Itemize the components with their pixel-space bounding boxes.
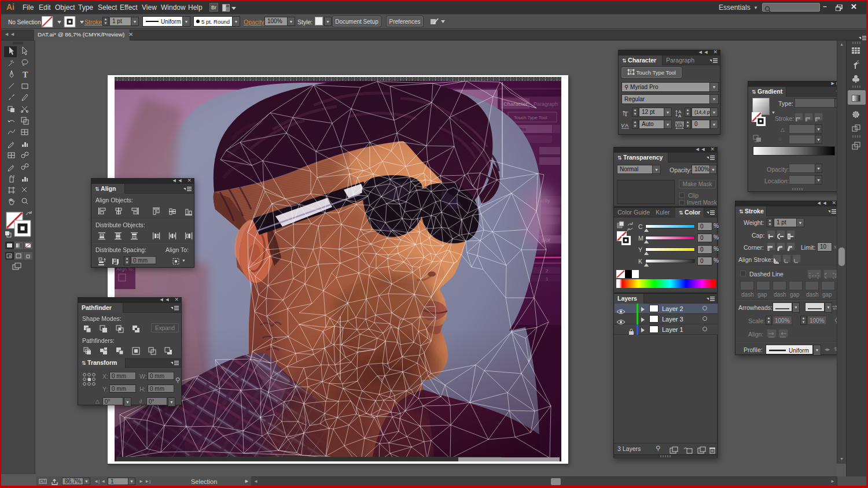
svg-text:VA: VA bbox=[676, 121, 682, 127]
svg-text:Uniform: Uniform bbox=[789, 347, 809, 354]
svg-text:5 pt. Round: 5 pt. Round bbox=[201, 19, 230, 25]
svg-text:T: T bbox=[624, 110, 628, 117]
svg-text:V: V bbox=[621, 123, 625, 128]
svg-text:Uniform: Uniform bbox=[161, 19, 181, 25]
svg-text:T: T bbox=[630, 71, 632, 75]
svg-text:A: A bbox=[678, 113, 682, 117]
svg-text:T: T bbox=[23, 71, 28, 79]
svg-text:A: A bbox=[625, 123, 628, 128]
